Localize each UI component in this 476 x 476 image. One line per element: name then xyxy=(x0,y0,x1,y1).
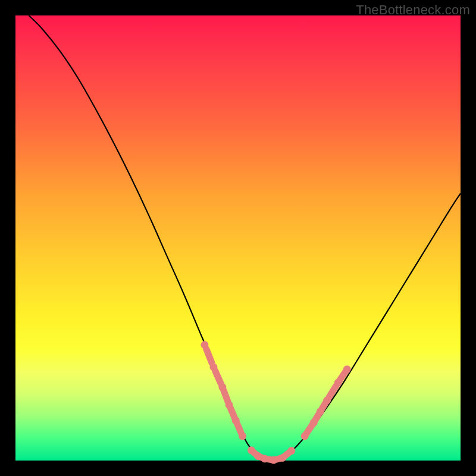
marker-dot xyxy=(343,365,351,373)
marker-dot xyxy=(287,447,295,455)
marker-dot xyxy=(270,456,277,464)
marker-dash xyxy=(224,390,228,402)
bottleneck-curve xyxy=(29,15,461,461)
marker-dot xyxy=(239,432,246,440)
marker-dot xyxy=(218,383,226,391)
marker-dot xyxy=(334,379,342,387)
marker-dash xyxy=(215,371,221,384)
marker-dot xyxy=(278,454,286,462)
marker-dot xyxy=(201,341,208,349)
marker-dash xyxy=(206,349,212,363)
marker-dot xyxy=(248,446,255,454)
marker-dot xyxy=(317,408,324,415)
marker-dot xyxy=(310,419,318,427)
marker-dash xyxy=(306,425,312,433)
marker-dash xyxy=(340,372,346,380)
marker-dot xyxy=(226,401,233,409)
marker-dot xyxy=(254,452,262,460)
curve-markers xyxy=(201,341,350,464)
marker-dot xyxy=(261,455,268,463)
marker-dot xyxy=(209,363,217,371)
marker-dot xyxy=(323,397,331,405)
marker-dot xyxy=(232,416,240,424)
marker-dash xyxy=(237,423,241,433)
chart-svg xyxy=(15,15,461,461)
marker-dot xyxy=(301,432,309,440)
marker-dash xyxy=(230,408,234,418)
